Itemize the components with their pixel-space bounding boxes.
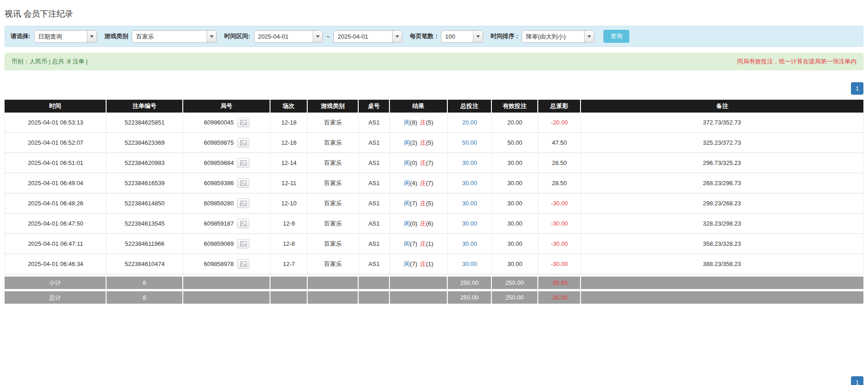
records-table: 时间 注单编号 局号 场次 游戏类别 桌号 结果 总投注 有效投注 总派彩 备注… — [5, 100, 863, 304]
header-time: 时间 — [5, 100, 107, 113]
page: 视讯 会员下注纪录 请选择: 日期查询 游戏类别 百家乐 时间区间: 2025-… — [0, 0, 868, 385]
round-result-icon[interactable] — [237, 219, 249, 228]
query-type-select[interactable]: 日期查询 — [34, 30, 97, 43]
cell-valid-bet: 30.00 — [492, 193, 538, 214]
page-title: 视讯 会员下注纪录 — [5, 0, 863, 19]
summary-notice: 同局有效投注，统一计算在该局第一张注单内 — [737, 57, 857, 66]
header-payout: 总派彩 — [538, 100, 581, 113]
cell-round: 609860045 — [183, 113, 271, 133]
chevron-down-icon[interactable] — [313, 31, 322, 42]
total-label: 总计 — [5, 291, 107, 304]
chevron-down-icon[interactable] — [473, 31, 483, 42]
cell-session: 12-7 — [271, 254, 308, 274]
round-result-icon[interactable] — [237, 239, 249, 249]
cell-total-bet[interactable]: 30.00 — [448, 193, 492, 214]
chevron-down-icon[interactable] — [584, 31, 594, 42]
cell-table-no: AS1 — [359, 173, 390, 193]
cell-result: 闲(8)庄(5) — [390, 113, 448, 133]
cell-bet-id: 522384610474 — [107, 254, 183, 274]
round-id: 609859684 — [204, 159, 234, 166]
summary-bar: 币别：人民币 | 总共 :8 注单 | 同局有效投注，统一计算在该局第一张注单内 — [5, 53, 863, 70]
cell-note: 328.23/298.23 — [581, 214, 863, 234]
banker-result: 庄 — [420, 159, 426, 166]
cell-time: 2025-04-01 06:47:50 — [5, 214, 107, 234]
cell-table-no: AS1 — [359, 193, 390, 214]
cell-total-bet[interactable]: 30.00 — [448, 173, 492, 193]
cell-valid-bet: 30.00 — [492, 234, 538, 254]
banker-result: 庄 — [420, 119, 426, 126]
search-button[interactable]: 查询 — [603, 30, 629, 43]
cell-payout: 47.50 — [538, 133, 581, 153]
date-from-select[interactable]: 2025-04-01 — [254, 30, 323, 43]
round-id: 609858978 — [204, 260, 234, 267]
cell-game-type: 百家乐 — [308, 193, 359, 214]
header-bet-id: 注单编号 — [107, 100, 183, 113]
cell-payout: -30.00 — [538, 254, 581, 274]
cell-total-bet[interactable]: 30.00 — [448, 254, 492, 274]
cell-result: 闲(0)庄(6) — [390, 214, 448, 234]
cell-total-bet[interactable]: 30.00 — [448, 153, 492, 173]
cell-valid-bet: 30.00 — [492, 153, 538, 173]
cell-valid-bet: 30.00 — [492, 214, 538, 234]
page-size-select[interactable]: 100 — [441, 30, 483, 43]
cell-total-bet[interactable]: 20.00 — [448, 113, 492, 133]
cell-game-type: 百家乐 — [308, 133, 359, 153]
cell-valid-bet: 20.00 — [492, 113, 538, 133]
cell-note: 298.23/268.23 — [581, 193, 863, 214]
sort-order-select[interactable]: 降幂(由大到小) — [522, 30, 594, 43]
cell-round: 609858978 — [183, 254, 271, 274]
total-valid-bet: 250.00 — [492, 291, 538, 304]
subtotal-payout: -35.50 — [538, 277, 581, 289]
header-result: 结果 — [390, 100, 448, 113]
cell-session: 12-9 — [271, 214, 308, 234]
cell-valid-bet: 30.00 — [492, 173, 538, 193]
header-valid-bet: 有效投注 — [492, 100, 538, 113]
cell-total-bet[interactable]: 50.00 — [448, 133, 492, 153]
header-round: 局号 — [183, 100, 271, 113]
date-range-separator: ~ — [327, 33, 330, 40]
cell-session: 12-10 — [271, 193, 308, 214]
cell-bet-id: 522384614850 — [107, 193, 183, 214]
chevron-down-icon[interactable] — [392, 31, 402, 42]
cell-total-bet[interactable]: 30.00 — [448, 234, 492, 254]
chevron-down-icon[interactable] — [87, 31, 96, 42]
subtotal-count: 8 — [107, 277, 183, 289]
cell-note: 388.23/358.23 — [581, 254, 863, 274]
sort-order-label: 时间排序 : — [490, 32, 518, 40]
round-id: 609859069 — [204, 240, 234, 247]
cell-payout: -20.00 — [538, 113, 581, 133]
player-result: 闲 — [404, 240, 410, 247]
cell-table-no: AS1 — [359, 153, 390, 173]
cell-table-no: AS1 — [359, 234, 390, 254]
cell-table-no: AS1 — [359, 133, 390, 153]
game-type-select[interactable]: 百家乐 — [132, 30, 217, 43]
cell-game-type: 百家乐 — [308, 173, 359, 193]
round-result-icon[interactable] — [237, 118, 249, 127]
date-to-select[interactable]: 2025-04-01 — [333, 30, 402, 43]
player-result: 闲 — [404, 200, 410, 207]
cell-round: 609859280 — [183, 193, 271, 214]
round-result-icon[interactable] — [237, 198, 249, 208]
page-1-button[interactable]: 1 — [851, 376, 863, 385]
cell-total-bet[interactable]: 30.00 — [448, 214, 492, 234]
header-note: 备注 — [581, 100, 863, 113]
table-row: 2025-04-01 06:52:07 522384623369 6098598… — [5, 133, 863, 153]
cell-note: 268.23/296.73 — [581, 173, 863, 193]
cell-valid-bet: 30.00 — [492, 254, 538, 274]
round-result-icon[interactable] — [237, 138, 249, 147]
table-header-row: 时间 注单编号 局号 场次 游戏类别 桌号 结果 总投注 有效投注 总派彩 备注 — [5, 100, 863, 113]
player-result: 闲 — [404, 260, 410, 267]
page-1-button[interactable]: 1 — [851, 82, 863, 95]
banker-result: 庄 — [420, 240, 426, 247]
cell-result: 闲(4)庄(7) — [390, 173, 448, 193]
cell-bet-id: 522384613545 — [107, 214, 183, 234]
table-row: 2025-04-01 06:47:11 522384611966 6098590… — [5, 234, 863, 254]
cell-result: 闲(7)庄(1) — [390, 254, 448, 274]
cell-time: 2025-04-01 06:46:34 — [5, 254, 107, 274]
subtotal-label: 小计 — [5, 277, 107, 289]
chevron-down-icon[interactable] — [207, 31, 216, 42]
round-result-icon[interactable] — [237, 259, 249, 269]
round-id: 609859187 — [204, 220, 234, 227]
round-result-icon[interactable] — [237, 158, 249, 168]
round-result-icon[interactable] — [237, 178, 249, 188]
